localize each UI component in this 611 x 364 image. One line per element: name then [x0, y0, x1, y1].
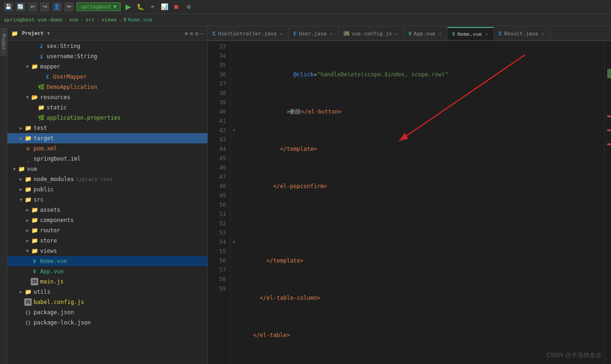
tab-usercontroller[interactable]: C UserController.java ✕	[208, 27, 289, 40]
store-arrow: ▶	[24, 238, 31, 243]
tab-resultjava[interactable]: C Result.java ✕	[494, 27, 550, 40]
tab-label-resultjava: Result.java	[504, 31, 538, 37]
tree-label-router: router	[40, 227, 60, 234]
tab-close-usercontroller[interactable]: ✕	[279, 31, 283, 37]
tree-item-router[interactable]: ▶ 📁 router	[7, 225, 207, 236]
tree-item-target[interactable]: ▶ 📁 target	[7, 133, 207, 143]
scrollbar-error-1	[607, 115, 611, 117]
tree-item-appvue[interactable]: V App.vue	[7, 266, 207, 276]
profile-icon[interactable]: 📊	[160, 2, 169, 12]
line-numbers: 33 34 35 36 37 38 39 40 41 42 43 44 45 4…	[208, 41, 230, 364]
tab-close-homevue[interactable]: ✕	[484, 31, 489, 37]
tree-item-components[interactable]: ▶ 📁 components	[7, 215, 207, 225]
redo-btn[interactable]: ↪	[40, 2, 49, 12]
tree-item-resources[interactable]: ▼ 📂 resources	[7, 92, 207, 102]
tree-item-static[interactable]: 📁 static	[7, 102, 207, 113]
editor-area: C UserController.java ✕ C User.java ✕ JS…	[208, 26, 611, 364]
stop-icon[interactable]: ⏹	[172, 2, 181, 12]
json-icon-package: {}	[24, 309, 32, 316]
settings-icon[interactable]: ⚙	[195, 30, 199, 37]
breadcrumb-root[interactable]: springboot-vue-demo	[4, 17, 62, 23]
tree-item-username[interactable]: i username:String	[7, 51, 207, 61]
tab-user[interactable]: C User.java ✕	[289, 27, 339, 40]
tree-item-public[interactable]: ▶ 📁 public	[7, 184, 207, 195]
top-toolbar: 💾 🔄 ↩ ↪ 👤 ✏ springboot ▼ ▶ 🐛 ☂ 📊 ⏹ ⚙	[0, 0, 611, 14]
code-content[interactable]: @click="handleDelete(scope.$index, scope…	[238, 41, 604, 364]
run-button[interactable]: ▶	[124, 2, 133, 12]
tree-item-packagejson[interactable]: {} package.json	[7, 307, 207, 317]
collapse-icon[interactable]: ≡	[190, 30, 193, 37]
folder-icon-assets: 📁	[31, 206, 38, 214]
locate-icon[interactable]: ⊕	[185, 30, 188, 37]
tab-icon-appvue: V	[409, 31, 412, 36]
tree-item-demoapplication[interactable]: 🌿 DemoApplication	[7, 82, 207, 92]
tab-close-user[interactable]: ✕	[329, 31, 334, 37]
editor-scrollbar[interactable]	[604, 41, 611, 364]
folder-icon-static: 📁	[37, 104, 45, 111]
tree-label-mainjs: main.js	[40, 278, 64, 285]
tree-item-mainjs[interactable]: JS main.js	[7, 276, 207, 287]
breadcrumb-views[interactable]: views	[101, 17, 117, 23]
tab-homevue[interactable]: V Home.vue ✕	[447, 27, 494, 40]
tab-appvue[interactable]: V App.vue ✕	[404, 27, 447, 40]
tree-item-assets[interactable]: ▶ 📁 assets	[7, 205, 207, 215]
info-icon-sex: i	[37, 42, 45, 50]
tree-item-babelconfig[interactable]: JS babel.config.js	[7, 297, 207, 307]
tree-label-pomxml: pom.xml	[34, 145, 57, 152]
tree-item-utils[interactable]: ▶ 📁 utils	[7, 287, 207, 297]
test-arrow: ▶	[18, 126, 24, 130]
tree-item-usermapper[interactable]: C UserMapper	[7, 72, 207, 82]
tree-item-views[interactable]: ▼ 📁 views	[7, 246, 207, 256]
code-editor[interactable]: 33 34 35 36 37 38 39 40 41 42 43 44 45 4…	[208, 41, 611, 364]
undo-btn[interactable]: ↩	[28, 2, 37, 12]
debug-icon[interactable]: 🐛	[136, 2, 145, 12]
props-icon: 🌿	[37, 114, 45, 121]
run-config-dropdown[interactable]: springboot ▼	[76, 2, 121, 11]
tree-item-appprops[interactable]: 🌿 application.properties	[7, 113, 207, 123]
tree-item-test[interactable]: ▶ 📁 test	[7, 123, 207, 133]
more-icon[interactable]: ⚙	[184, 2, 193, 12]
tree-item-springbootiml[interactable]: _ springboot.iml	[7, 154, 207, 164]
tabs-bar: C UserController.java ✕ C User.java ✕ JS…	[208, 26, 611, 41]
tab-close-appvue[interactable]: ✕	[438, 31, 442, 37]
json-icon-packagelock: {}	[24, 319, 32, 326]
tree-label-static: static	[47, 104, 67, 111]
breadcrumb-src[interactable]: src	[85, 17, 95, 23]
save-btn[interactable]: 💾	[4, 2, 13, 12]
tab-label-homevue: Home.vue	[457, 31, 482, 37]
coverage-icon[interactable]: ☂	[148, 2, 157, 12]
tree-item-store[interactable]: ▶ 📁 store	[7, 236, 207, 246]
folder-icon-router: 📁	[31, 227, 38, 234]
tree-item-src[interactable]: ▼ 📁 src	[7, 195, 207, 205]
folder-icon-components: 📁	[31, 216, 38, 224]
tree-item-mapper[interactable]: ▼ 📁 mapper	[7, 61, 207, 72]
nodemodules-arrow: ▶	[18, 177, 24, 182]
tree-item-vue[interactable]: ▼ 📁 vue	[7, 164, 207, 174]
code-line-33: @click="handleDelete(scope.$index, scope…	[240, 70, 604, 79]
user-btn[interactable]: 👤	[52, 2, 62, 12]
tab-label-usercontroller: UserController.java	[218, 31, 277, 37]
tree-item-sex[interactable]: i sex:String	[7, 41, 207, 51]
tab-close-vueconfig[interactable]: ✕	[394, 31, 399, 37]
tree-label-demoapplication: DemoApplication	[47, 84, 97, 90]
tree-label-springbootiml: springboot.iml	[34, 155, 81, 162]
close-sidebar-icon[interactable]: —	[200, 30, 204, 37]
tree-label-target: target	[34, 135, 54, 142]
project-tab-btn[interactable]: Project	[0, 28, 7, 56]
tab-label-user: User.java	[299, 31, 327, 37]
sync-btn[interactable]: 🔄	[16, 2, 25, 12]
fold-gutter: ▽ ▽	[230, 41, 238, 364]
tab-close-resultjava[interactable]: ✕	[541, 31, 545, 37]
breadcrumb-file[interactable]: V Home.vue	[124, 17, 152, 23]
tab-vueconfig[interactable]: JS vue.config.js ✕	[339, 27, 404, 40]
tree-item-packagelockjson[interactable]: {} package-lock.json	[7, 317, 207, 328]
tree-label-views: views	[40, 248, 57, 254]
tree-item-nodemodules[interactable]: ▶ 📁 node_modules library root	[7, 174, 207, 184]
project-icon: 📁	[11, 30, 18, 37]
edit-btn[interactable]: ✏	[64, 2, 74, 12]
breadcrumb-vue[interactable]: vue	[69, 17, 78, 23]
tree-item-homevue[interactable]: V Home.vue	[7, 256, 207, 266]
tree-item-pomxml[interactable]: m pom.xml	[7, 143, 207, 154]
utils-arrow: ▶	[18, 290, 24, 294]
vue-icon-home: V	[31, 257, 38, 265]
